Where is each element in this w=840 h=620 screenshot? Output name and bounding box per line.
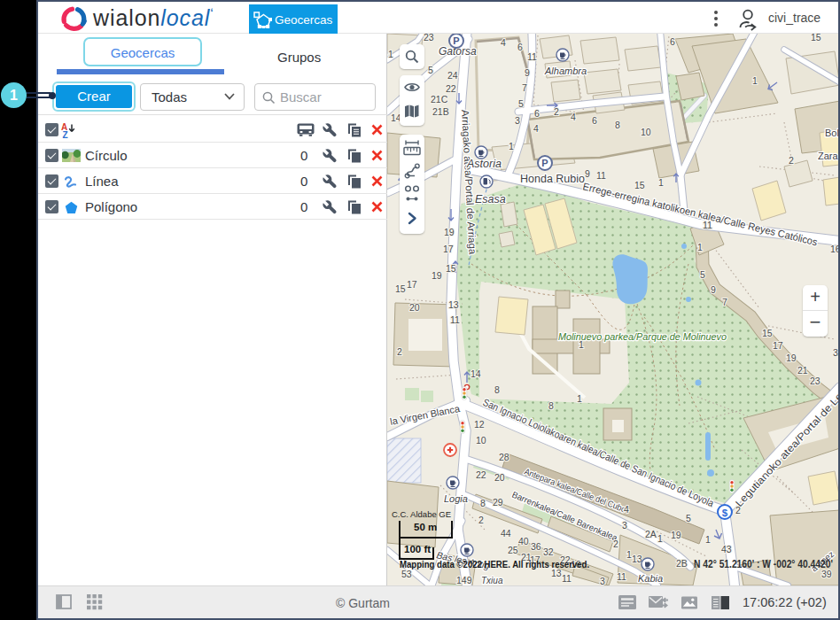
svg-text:44: 44 [501,528,511,539]
svg-text:4: 4 [501,37,506,48]
svg-text:40: 40 [518,536,529,546]
svg-text:2: 2 [735,505,741,515]
svg-text:5: 5 [428,65,433,75]
svg-text:19: 19 [786,353,797,363]
svg-text:1: 1 [577,393,582,404]
svg-text:24: 24 [447,70,458,81]
svg-text:43: 43 [721,544,732,554]
svg-text:4: 4 [533,123,539,134]
svg-text:1: 1 [657,533,663,544]
svg-text:1: 1 [579,339,584,350]
svg-text:15: 15 [395,283,406,294]
svg-text:11: 11 [527,51,537,62]
svg-text:P: P [453,35,459,46]
svg-text:1: 1 [697,242,703,252]
svg-text:8: 8 [480,498,486,508]
svg-text:9: 9 [525,67,530,78]
svg-text:8: 8 [615,120,620,130]
svg-text:9: 9 [711,284,716,295]
svg-text:19: 19 [444,227,455,237]
svg-text:7: 7 [522,82,527,93]
svg-text:149: 149 [456,575,472,585]
svg-text:15: 15 [634,180,645,190]
svg-text:Honda Rubio: Honda Rubio [520,173,585,185]
svg-text:2: 2 [478,515,484,525]
svg-text:1: 1 [626,549,632,560]
svg-text:13: 13 [448,299,459,310]
svg-text:21: 21 [797,365,808,376]
svg-text:6: 6 [670,36,675,47]
svg-text:4: 4 [624,504,629,515]
svg-text:20: 20 [494,472,505,483]
svg-text:Logia: Logia [444,493,468,504]
svg-text:5: 5 [686,513,691,523]
svg-text:Zara: Zara [818,151,838,161]
svg-text:23: 23 [424,34,434,43]
svg-text:15: 15 [762,328,773,338]
svg-text:6: 6 [592,115,597,126]
svg-text:Kabia: Kabia [638,573,663,584]
svg-text:Alhambra: Alhambra [544,66,587,76]
svg-text:3: 3 [600,576,605,585]
svg-text:23: 23 [810,376,821,386]
svg-text:9: 9 [585,168,590,179]
svg-text:2: 2 [789,155,794,166]
svg-text:3: 3 [515,115,520,126]
svg-text:6: 6 [534,108,540,119]
svg-text:10: 10 [476,435,486,446]
svg-text:P: P [541,158,548,168]
svg-text:1: 1 [658,177,664,188]
svg-text:14: 14 [471,368,481,379]
svg-text:32: 32 [543,546,554,557]
svg-text:11: 11 [450,314,460,325]
svg-text:3A: 3A [833,347,838,358]
svg-text:8: 8 [494,384,500,395]
svg-text:5: 5 [700,269,705,280]
svg-text:11: 11 [562,573,572,584]
svg-text:1: 1 [388,49,393,59]
svg-text:22: 22 [476,469,486,480]
svg-text:36: 36 [531,541,541,552]
svg-text:Bol: Bol [825,128,838,138]
svg-text:15: 15 [446,263,456,274]
svg-text:6: 6 [517,42,523,52]
svg-text:11: 11 [617,571,626,582]
svg-text:2: 2 [613,539,618,549]
svg-text:16: 16 [830,244,838,254]
svg-text:17: 17 [407,279,417,290]
svg-text:12: 12 [474,419,485,430]
svg-text:11: 11 [596,170,606,181]
svg-text:2A: 2A [645,529,657,539]
svg-text:21C: 21C [431,94,448,105]
svg-text:4: 4 [571,112,576,122]
svg-text:53: 53 [401,569,412,579]
svg-text:2: 2 [397,346,402,357]
svg-text:3: 3 [622,520,627,531]
svg-text:2: 2 [554,106,559,117]
svg-text:20: 20 [409,302,420,313]
svg-text:10: 10 [641,127,651,137]
svg-text:25: 25 [508,545,518,555]
svg-text:19: 19 [432,270,442,281]
svg-text:11: 11 [703,220,712,230]
svg-text:15: 15 [811,34,821,43]
svg-text:7: 7 [722,297,727,307]
svg-text:21B: 21B [432,106,449,117]
svg-text:1: 1 [705,534,711,545]
svg-text:29: 29 [493,497,503,508]
svg-text:Z: Z [63,130,68,139]
svg-text:$: $ [722,508,728,518]
svg-text:8: 8 [548,400,554,411]
svg-text:1: 1 [752,75,758,86]
svg-text:28: 28 [499,452,509,462]
svg-text:1: 1 [509,141,514,151]
svg-text:5: 5 [518,98,524,109]
svg-text:Esasa: Esasa [475,193,506,205]
svg-text:17: 17 [773,340,783,351]
svg-text:Txiua: Txiua [481,576,503,585]
svg-text:Astoria: Astoria [466,158,502,170]
svg-text:19: 19 [671,530,681,540]
svg-text:22: 22 [446,83,456,94]
svg-text:2B: 2B [676,558,688,569]
svg-text:13: 13 [632,554,642,564]
